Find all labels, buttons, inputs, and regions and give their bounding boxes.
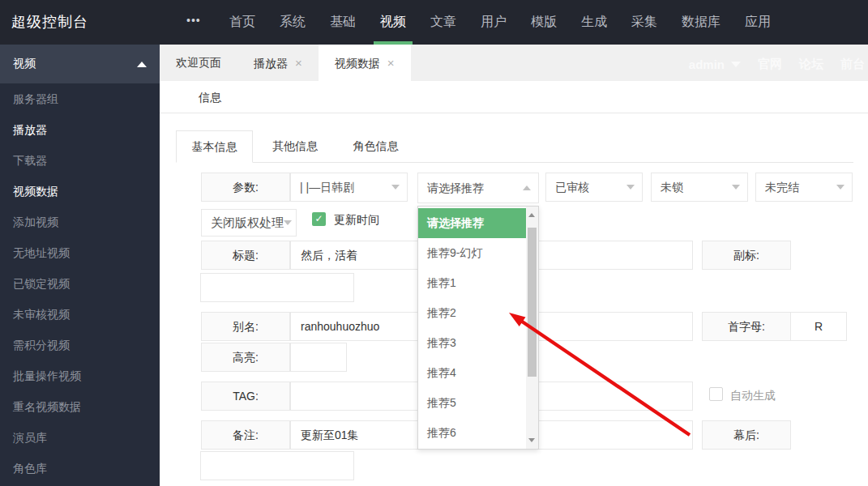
tab-role-info[interactable]: 角色信息: [337, 130, 414, 162]
recommend-select-value: 请选择推荐: [427, 181, 484, 194]
dropdown-option[interactable]: 推荐5: [418, 388, 526, 418]
tab-player-label: 播放器: [254, 57, 288, 70]
chevron-down-icon: [626, 185, 635, 190]
finish-status-select[interactable]: 未完结: [755, 173, 853, 202]
note-label: 备注:: [201, 420, 290, 450]
chevron-up-icon[interactable]: [137, 62, 147, 67]
chevron-down-icon: [836, 185, 844, 190]
sidebar-item-actor-library[interactable]: 演员库: [0, 422, 160, 453]
nav-item-generate[interactable]: 生成: [575, 0, 614, 45]
nav-item-user[interactable]: 用户: [474, 0, 513, 45]
dropdown-option[interactable]: 推荐6: [418, 418, 526, 448]
more-menu-icon[interactable]: •••: [186, 0, 201, 43]
param-label: 参数:: [201, 173, 290, 202]
dropdown-option[interactable]: 推荐9-幻灯: [418, 238, 526, 268]
lock-status-select[interactable]: 未锁: [651, 173, 748, 202]
param-category-value: | |—日韩剧: [300, 181, 354, 194]
copyright-select[interactable]: 关闭版权处理: [201, 209, 297, 237]
copyright-select-value: 关闭版权处理: [211, 215, 284, 229]
finish-status-value: 未完结: [765, 181, 799, 194]
tab-basic-info[interactable]: 基本信息: [176, 130, 253, 163]
sidebar-item-role-library[interactable]: 角色库: [0, 453, 160, 484]
initial-label: 首字母:: [702, 312, 791, 341]
nav-item-database[interactable]: 数据库: [675, 0, 727, 45]
subtitle-label: 副标:: [702, 241, 791, 270]
dropdown-option[interactable]: 推荐3: [418, 328, 526, 358]
sidebar-item-batch-video[interactable]: 批量操作视频: [0, 360, 160, 391]
sidebar-item-no-address-video[interactable]: 无地址视频: [0, 237, 160, 268]
audit-status-value: 已审核: [555, 181, 589, 194]
nav-item-app[interactable]: 应用: [738, 0, 777, 45]
form-tabs: 基本信息 其他信息 角色信息: [176, 130, 853, 163]
nav-item-video[interactable]: 视频: [374, 0, 413, 45]
title-extra-input[interactable]: [200, 273, 354, 302]
check-icon: ✓: [314, 213, 323, 224]
close-icon[interactable]: ×: [387, 56, 395, 70]
chevron-down-icon: [391, 185, 400, 190]
sidebar: 视频 服务器组 播放器 下载器 视频数据 添加视频 无地址视频 已锁定视频 未审…: [0, 45, 160, 486]
nav-item-home[interactable]: 首页: [223, 0, 262, 45]
update-time-checkbox[interactable]: ✓: [312, 212, 326, 226]
sidebar-item-unaudited-video[interactable]: 未审核视频: [0, 299, 160, 330]
tag-label: TAG:: [201, 382, 290, 411]
tab-welcome-label: 欢迎页面: [176, 56, 221, 69]
sidebar-item-video-data[interactable]: 视频数据: [0, 176, 160, 207]
recommend-dropdown-list: 请选择推荐 推荐9-幻灯 推荐1 推荐2 推荐3 推荐4 推荐5 推荐6: [418, 208, 526, 448]
nav-item-article[interactable]: 文章: [424, 0, 463, 45]
link-frontend[interactable]: 前台: [840, 57, 865, 72]
sidebar-item-locked-video[interactable]: 已锁定视频: [0, 268, 160, 299]
scrollbar-thumb[interactable]: [528, 228, 537, 377]
link-forum[interactable]: 论坛: [799, 57, 823, 72]
close-icon[interactable]: ×: [295, 56, 302, 70]
nav-item-system[interactable]: 系统: [273, 0, 312, 45]
tab-other-info[interactable]: 其他信息: [256, 130, 333, 162]
param-category-select[interactable]: | |—日韩剧: [290, 173, 408, 202]
initial-input[interactable]: R: [790, 312, 847, 341]
note-extra-input[interactable]: [200, 451, 354, 480]
nav-item-template[interactable]: 模版: [524, 0, 563, 45]
top-nav-menu: 首页 系统 基础 视频 文章 用户 模版 生成 采集 数据库 应用: [217, 0, 783, 45]
chevron-down-icon: [732, 185, 740, 190]
dropdown-option[interactable]: 推荐1: [418, 268, 526, 298]
user-menu[interactable]: admin: [689, 58, 725, 71]
sidebar-item-player[interactable]: 播放器: [0, 114, 160, 145]
sidebar-section-video[interactable]: 视频: [0, 45, 160, 83]
dropdown-option[interactable]: 推荐4: [418, 358, 526, 388]
nav-item-collect[interactable]: 采集: [625, 0, 664, 45]
sidebar-item-server-group[interactable]: 服务器组: [0, 83, 160, 114]
sidebar-item-add-video[interactable]: 添加视频: [0, 207, 160, 237]
alias-label: 别名:: [201, 312, 290, 341]
sidebar-section-label: 视频: [13, 57, 36, 71]
sidebar-item-duplicate-video[interactable]: 重名视频数据: [0, 391, 160, 422]
sidebar-item-points-video[interactable]: 需积分视频: [0, 330, 160, 360]
behind-label: 幕后:: [702, 420, 791, 450]
audit-status-select[interactable]: 已审核: [545, 173, 643, 202]
dropdown-scrollbar[interactable]: [526, 207, 538, 449]
auto-generate-label: 自动生成: [730, 382, 776, 408]
auto-generate-checkbox[interactable]: [709, 387, 723, 401]
tab-video-data[interactable]: 视频数据×: [319, 45, 411, 81]
top-nav: 超级控制台 ••• 首页 系统 基础 视频 文章 用户 模版 生成 采集 数据库…: [0, 0, 868, 45]
dropdown-option[interactable]: 推荐2: [418, 298, 526, 328]
chevron-down-icon: [731, 62, 741, 67]
chevron-down-icon: [284, 220, 292, 225]
recommend-select[interactable]: 请选择推荐: [417, 173, 539, 203]
sidebar-item-downloader[interactable]: 下载器: [0, 145, 160, 176]
title-label: 标题:: [201, 241, 290, 270]
chevron-up-icon: [523, 185, 531, 190]
recommend-dropdown: 请选择推荐 推荐9-幻灯 推荐1 推荐2 推荐3 推荐4 推荐5 推荐6: [417, 206, 539, 450]
link-official-site[interactable]: 官网: [758, 57, 782, 72]
header-user-links: admin 官网 论坛 前台: [689, 57, 865, 72]
lock-status-value: 未锁: [661, 181, 683, 194]
app-title: 超级控制台: [11, 0, 88, 45]
scroll-up-icon[interactable]: [528, 213, 535, 217]
highlight-input[interactable]: [290, 343, 347, 372]
tab-video-data-label: 视频数据: [335, 57, 380, 70]
update-time-label: 更新时间: [334, 207, 379, 232]
scroll-down-icon[interactable]: [528, 438, 535, 442]
nav-item-basic[interactable]: 基础: [323, 0, 362, 45]
breadcrumb: 信息: [160, 81, 868, 113]
dropdown-option[interactable]: 请选择推荐: [418, 208, 526, 238]
tab-player[interactable]: 播放器×: [237, 45, 319, 81]
tab-welcome[interactable]: 欢迎页面: [160, 45, 237, 81]
